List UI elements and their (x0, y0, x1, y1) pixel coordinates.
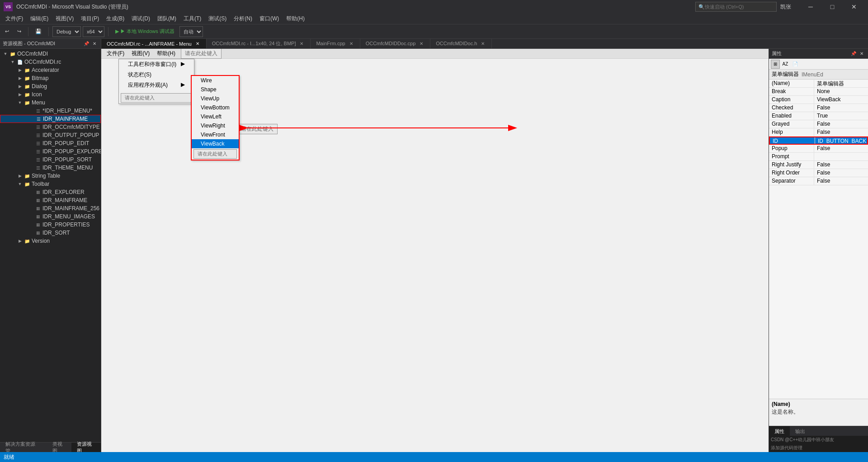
undo-button[interactable]: ↩ (2, 26, 12, 37)
tab-solution-explorer[interactable]: 解决方案资源管... (0, 443, 47, 452)
tree-idr-properties[interactable]: ▦ IDR_PROPERTIES (0, 221, 101, 229)
tree-menu[interactable]: ▼ 📁 Menu (0, 99, 101, 107)
tree-idr-mainframe[interactable]: ☰ IDR_MAINFRAME (0, 115, 101, 123)
tree-idr-mainframe256[interactable]: ▦ IDR_MAINFRAME_256 (0, 204, 101, 212)
tree-bitmap[interactable]: ▶ 📁 Bitmap (0, 74, 101, 82)
tree-dialog[interactable]: ▶ 📁 Dialog (0, 82, 101, 90)
menu-help[interactable]: 帮助(H) (283, 14, 308, 24)
platform-dropdown[interactable]: x64 (83, 26, 104, 37)
mainframe256-icon: ▦ (34, 205, 42, 212)
props-pages[interactable]: 📄 (791, 60, 800, 69)
tree-idr-menu-images[interactable]: ▦ IDR_MENU_IMAGES (0, 212, 101, 221)
menu-project[interactable]: 项目(P) (77, 14, 103, 24)
run-button[interactable]: ▶ ▶ 本地 Windows 调试器 (112, 26, 178, 37)
submenu-viewright[interactable]: ViewRight (192, 121, 239, 130)
menu-edit[interactable]: 编辑(E) (27, 14, 52, 24)
quick-launch-input[interactable] (705, 4, 768, 9)
restore-button[interactable]: □ (822, 0, 843, 14)
tree-rc-file[interactable]: ▼ 📄 OCCmfcMDI.rc (0, 58, 101, 66)
tree-idr-popup-sort[interactable]: ☰ IDR_POPUP_SORT (0, 156, 101, 164)
tree-icon[interactable]: ▶ 📁 Icon (0, 90, 101, 99)
props-row-right-order: Right Order False (769, 169, 868, 177)
props-row-help: Help False (769, 128, 868, 137)
tree-accelerator[interactable]: ▶ 📁 Accelerator (0, 66, 101, 74)
tab-mainfrm[interactable]: MainFrm.cpp ✕ (311, 39, 360, 48)
tree-idr-popup-edit[interactable]: ☰ IDR_POPUP_EDIT (0, 139, 101, 147)
menu-window[interactable]: 窗口(W) (256, 14, 283, 24)
title-bar: VS OCCmfcMDI - Microsoft Visual Studio (… (0, 0, 868, 14)
submenu-placeholder[interactable]: 请在此处键入 (193, 149, 237, 159)
submenu-viewfront[interactable]: ViewFront (192, 130, 239, 139)
tree-idr-help[interactable]: ☰ *IDR_HELP_MENU* (0, 107, 101, 115)
tree-idr-occmfc[interactable]: ☰ IDR_OCCmfcMDITYPE (0, 123, 101, 131)
help-expander (27, 107, 34, 114)
props-sort-category[interactable]: ⊞ (771, 60, 780, 69)
editor-help-menu[interactable]: 帮助(H) (153, 49, 179, 58)
tab-doc-h[interactable]: OCCmfcMDIDoc.h ✕ (430, 39, 492, 48)
submenu-shape[interactable]: Shape (192, 85, 239, 94)
menu-analyze[interactable]: 分析(N) (230, 14, 256, 24)
menu-file[interactable]: 文件(F) (2, 14, 27, 24)
tree-idr-sort[interactable]: ▦ IDR_SORT (0, 229, 101, 237)
minimize-button[interactable]: ─ (800, 0, 821, 14)
props-close-button[interactable]: ✕ (858, 50, 865, 57)
menu-view[interactable]: 视图(V) (52, 14, 77, 24)
dropdown-appearance[interactable]: 应用程序外观(A) (119, 80, 194, 90)
panel-close-button[interactable]: ✕ (91, 40, 98, 47)
props-row-id[interactable]: ID ID_BUTTON_BACK (769, 137, 868, 145)
output-expander (27, 132, 34, 139)
tab-resource-view[interactable]: 资源视图 (71, 443, 101, 452)
menu-build[interactable]: 生成(B) (103, 14, 128, 24)
tab-properties[interactable]: 属性 (769, 426, 790, 436)
tree-idr-popup-explorer[interactable]: ☰ IDR_POPUP_EXPLORER (0, 147, 101, 156)
submenu-wire[interactable]: Wire (192, 76, 239, 85)
tree-version[interactable]: ▶ 📁 Version (0, 237, 101, 245)
props-row-caption: Caption ViewBack (769, 96, 868, 104)
menu-debug[interactable]: 调试(D) (128, 14, 154, 24)
tab-doc-cpp[interactable]: OCCmfcMDIDDoc.cpp ✕ (360, 39, 431, 48)
save-button[interactable]: 💾 (32, 26, 45, 37)
tree-idr-theme[interactable]: ☰ IDR_THEME_MENU (0, 164, 101, 172)
props-pin-button[interactable]: 📌 (850, 50, 857, 57)
tab-doc-cpp-close[interactable]: ✕ (418, 40, 425, 47)
secondary-placeholder-1[interactable]: 请在此处键入 (237, 124, 278, 134)
submenu-viewleft[interactable]: ViewLeft (192, 112, 239, 121)
toolbar-sep1 (28, 27, 28, 36)
tree-idr-explorer[interactable]: ▦ IDR_EXPLORER (0, 188, 101, 196)
submenu-viewback[interactable]: ViewBack (192, 139, 239, 148)
tree-string-table[interactable]: ▶ 📁 String Table (0, 172, 101, 180)
editor-view-menu[interactable]: 视图(V) (128, 49, 153, 58)
dropdown-statusbar[interactable]: 状态栏(S) (119, 70, 194, 80)
menu-team[interactable]: 团队(M) (154, 14, 180, 24)
redo-button[interactable]: ↪ (14, 26, 24, 37)
props-sort-alpha[interactable]: AZ (781, 60, 790, 69)
tree-toolbar[interactable]: ▼ 📁 Toolbar (0, 180, 101, 188)
close-button[interactable]: ✕ (844, 0, 864, 14)
tab-mainframe-close[interactable]: ✕ (194, 41, 201, 47)
menu-tools[interactable]: 工具(T) (180, 14, 205, 24)
toolbar-sep3 (108, 27, 108, 36)
debug-config-dropdown[interactable]: Debug (52, 26, 81, 37)
dropdown-placeholder[interactable]: 请在此处键入 (121, 93, 192, 103)
menu-test[interactable]: 测试(S) (205, 14, 230, 24)
submenu-viewup[interactable]: ViewUp (192, 94, 239, 103)
tab-bmp[interactable]: OCCmfcMDI.rc - I...1x40, 24 位, BMP] ✕ (207, 39, 311, 48)
pin-button[interactable]: 📌 (83, 40, 90, 47)
tab-bmp-close[interactable]: ✕ (298, 40, 305, 47)
editor-file-menu[interactable]: 文件(F) (103, 49, 128, 58)
tab-output[interactable]: 输出 (790, 426, 811, 436)
tree-toolbar-mainframe[interactable]: ▦ IDR_MAINFRAME (0, 196, 101, 204)
tree-root[interactable]: ▼ 📁 OCCmfcMDI (0, 50, 101, 58)
dropdown-toolbars[interactable]: 工具栏和停靠窗口(I) (119, 59, 194, 70)
main-toolbar: ↩ ↪ 💾 Debug x64 ▶ ▶ 本地 Windows 调试器 自动 (0, 24, 868, 39)
editor-placeholder-main[interactable]: 请在此处键入 (181, 49, 222, 59)
tree-idr-output[interactable]: ☰ IDR_OUTPUT_POPUP (0, 131, 101, 139)
props-row-enabled: Enabled True (769, 112, 868, 120)
tab-doc-h-close[interactable]: ✕ (480, 40, 486, 47)
run-config-dropdown[interactable]: 自动 (179, 26, 203, 37)
tab-class-view[interactable]: 类视图 (47, 443, 72, 452)
submenu-viewbottom[interactable]: ViewBottom (192, 103, 239, 112)
tab-mainfrm-close[interactable]: ✕ (348, 40, 354, 47)
idr-menu-images-label: IDR_MENU_IMAGES (42, 213, 95, 220)
tab-mainframe-menu[interactable]: OCCmfcMDI.rc - ...AINFRAME - Menu ✕ (101, 39, 207, 48)
